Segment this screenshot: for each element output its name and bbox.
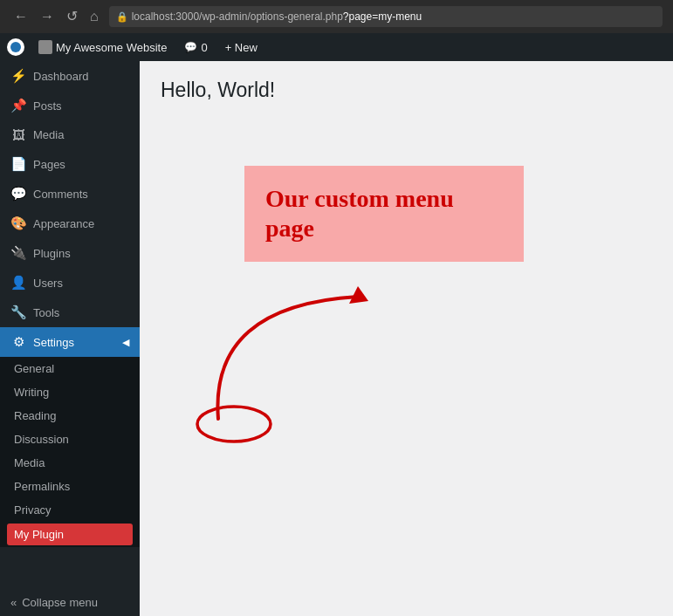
submenu-privacy[interactable]: Privacy: [0, 498, 140, 522]
site-icon: [38, 40, 52, 54]
sidebar-item-posts[interactable]: 📌 Posts: [0, 91, 140, 120]
submenu-permalinks[interactable]: Permalinks: [0, 475, 140, 498]
custom-menu-box: Our custom menu page: [244, 166, 524, 262]
sidebar-item-appearance[interactable]: 🎨 Appearance: [0, 209, 140, 238]
admin-bar-comments[interactable]: 💬 0: [181, 33, 210, 61]
collapse-icon: «: [10, 596, 17, 609]
submenu-discussion[interactable]: Discussion: [0, 428, 140, 451]
comments-count: 0: [201, 41, 207, 54]
sidebar-label-pages: Pages: [33, 158, 65, 171]
submenu-my-plugin[interactable]: My Plugin: [7, 524, 133, 545]
url-prefix: localhost:3000/wp-admin/options-general.…: [132, 10, 343, 23]
custom-menu-text: Our custom menu page: [265, 184, 503, 243]
tools-icon: 🔧: [10, 305, 26, 320]
collapse-label: Collapse menu: [22, 596, 98, 609]
submenu-reading[interactable]: Reading: [0, 404, 140, 428]
comments-icon: 💬: [10, 186, 26, 202]
sidebar-item-plugins[interactable]: 🔌 Plugins: [0, 238, 140, 268]
svg-marker-0: [349, 286, 368, 304]
sidebar-label-appearance: Appearance: [33, 217, 94, 230]
sidebar-item-tools[interactable]: 🔧 Tools: [0, 298, 140, 327]
wp-logo-inner: [10, 42, 21, 52]
page-title: Hello, World!: [161, 79, 652, 102]
sidebar-label-tools: Tools: [33, 306, 59, 319]
submenu-writing[interactable]: Writing: [0, 380, 140, 404]
sidebar-item-settings[interactable]: ⚙ Settings ◀: [0, 327, 140, 357]
comment-icon: 💬: [184, 41, 197, 53]
sidebar-menu: ⚡ Dashboard 📌 Posts 🖼 Media 📄 Pages 💬 Co…: [0, 61, 140, 357]
sidebar-label-users: Users: [33, 277, 63, 290]
main-layout: ⚡ Dashboard 📌 Posts 🖼 Media 📄 Pages 💬 Co…: [0, 61, 673, 616]
content-area: Hello, World! Our custom menu page: [140, 61, 673, 616]
sidebar-label-posts: Posts: [33, 99, 62, 113]
sidebar-label-media: Media: [33, 128, 64, 141]
forward-button[interactable]: →: [37, 8, 58, 25]
nav-buttons: ← → ↺ ⌂: [10, 8, 102, 25]
lock-icon: 🔒: [116, 11, 128, 23]
settings-arrow: ◀: [122, 337, 129, 348]
sidebar-item-pages[interactable]: 📄 Pages: [0, 149, 140, 179]
media-icon: 🖼: [10, 127, 26, 142]
new-label: + New: [225, 41, 258, 54]
sidebar-label-comments: Comments: [33, 188, 88, 201]
dashboard-icon: ⚡: [10, 68, 26, 84]
wp-admin-bar: My Awesome Website 💬 0 + New: [0, 33, 673, 61]
refresh-button[interactable]: ↺: [63, 8, 81, 25]
pages-icon: 📄: [10, 156, 26, 172]
admin-bar-new[interactable]: + New: [222, 33, 261, 61]
svg-point-1: [197, 407, 271, 441]
sidebar-item-media[interactable]: 🖼 Media: [0, 120, 140, 149]
browser-chrome: ← → ↺ ⌂ 🔒 localhost:3000/wp-admin/option…: [0, 0, 673, 33]
address-bar[interactable]: 🔒 localhost:3000/wp-admin/options-genera…: [109, 6, 663, 27]
settings-icon: ⚙: [10, 334, 26, 350]
back-button[interactable]: ←: [10, 8, 31, 25]
users-icon: 👤: [10, 275, 26, 291]
plugins-icon: 🔌: [10, 245, 26, 261]
sidebar-item-dashboard[interactable]: ⚡ Dashboard: [0, 61, 140, 91]
sidebar-item-users[interactable]: 👤 Users: [0, 268, 140, 298]
sidebar-item-comments[interactable]: 💬 Comments: [0, 179, 140, 209]
posts-icon: 📌: [10, 98, 26, 113]
submenu-general[interactable]: General: [0, 357, 140, 380]
home-button[interactable]: ⌂: [86, 8, 102, 25]
wp-logo[interactable]: [7, 38, 24, 56]
collapse-menu-button[interactable]: « Collapse menu: [0, 589, 140, 616]
appearance-icon: 🎨: [10, 216, 26, 231]
submenu-media[interactable]: Media: [0, 451, 140, 475]
site-name: My Awesome Website: [56, 41, 167, 54]
sidebar: ⚡ Dashboard 📌 Posts 🖼 Media 📄 Pages 💬 Co…: [0, 61, 140, 616]
url-suffix: ?page=my-menu: [343, 10, 422, 23]
sidebar-label-dashboard: Dashboard: [33, 70, 89, 83]
sidebar-label-plugins: Plugins: [33, 247, 71, 260]
settings-submenu: General Writing Reading Discussion Media…: [0, 357, 140, 547]
admin-bar-site[interactable]: My Awesome Website: [35, 33, 170, 61]
sidebar-label-settings: Settings: [33, 336, 74, 349]
